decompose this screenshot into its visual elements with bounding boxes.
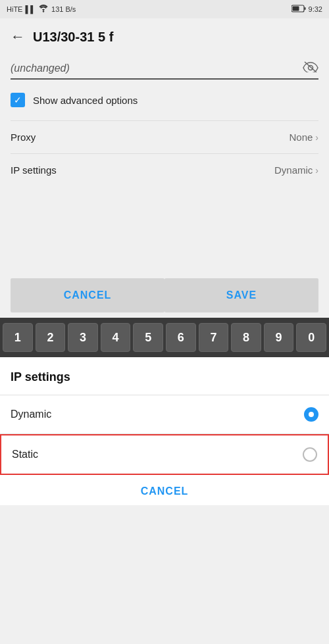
spacer <box>11 186 318 265</box>
signal-icon: ▌▌ <box>25 5 36 13</box>
bottom-cancel-container: CANCEL <box>11 475 318 505</box>
carrier-text: HiTE <box>7 5 22 13</box>
button-row: CANCEL SAVE <box>11 278 318 312</box>
dynamic-label: Dynamic <box>11 409 51 420</box>
sheet-title: IP settings <box>11 370 318 384</box>
status-bar: HiTE ▌▌ 131 B/s 9:32 <box>0 0 329 18</box>
content-area: ✓ Show advanced options Proxy None › IP … <box>0 55 329 318</box>
key-8[interactable]: 8 <box>231 323 261 352</box>
proxy-row[interactable]: Proxy None › <box>11 120 318 153</box>
numeric-keyboard: 1 2 3 4 5 6 7 8 9 0 <box>0 318 329 357</box>
advanced-options-label: Show advanced options <box>33 95 138 106</box>
cancel-button[interactable]: CANCEL <box>11 278 164 312</box>
wifi-icon <box>38 5 49 14</box>
password-input[interactable] <box>11 62 303 74</box>
svg-rect-1 <box>304 7 305 10</box>
key-3[interactable]: 3 <box>68 323 98 352</box>
time-text: 9:32 <box>309 5 322 13</box>
header: ← U13/30-31 5 f <box>0 18 329 55</box>
ip-settings-value: Dynamic › <box>274 164 318 176</box>
proxy-chevron-icon: › <box>315 132 318 143</box>
ip-settings-chevron-icon: › <box>315 165 318 176</box>
ip-settings-sheet: IP settings Dynamic Static CANCEL <box>0 357 329 505</box>
key-2[interactable]: 2 <box>36 323 66 352</box>
static-option-row[interactable]: Static <box>0 434 329 475</box>
ip-settings-value-text: Dynamic <box>274 164 313 176</box>
bottom-cancel-button[interactable]: CANCEL <box>141 485 189 497</box>
dynamic-radio[interactable] <box>304 407 318 422</box>
key-6[interactable]: 6 <box>166 323 196 352</box>
dynamic-option-row[interactable]: Dynamic <box>11 395 318 433</box>
proxy-value-text: None <box>289 132 313 143</box>
key-4[interactable]: 4 <box>101 323 131 352</box>
key-9[interactable]: 9 <box>264 323 294 352</box>
eye-icon[interactable] <box>303 61 318 76</box>
battery-icon <box>291 5 306 14</box>
key-5[interactable]: 5 <box>133 323 163 352</box>
page-title: U13/30-31 5 f <box>33 30 113 45</box>
key-0[interactable]: 0 <box>296 323 326 352</box>
proxy-value: None › <box>289 132 318 143</box>
ip-settings-row[interactable]: IP settings Dynamic › <box>11 153 318 186</box>
proxy-label: Proxy <box>11 132 36 143</box>
back-button[interactable]: ← <box>11 28 25 45</box>
check-icon: ✓ <box>14 95 22 105</box>
ip-settings-label: IP settings <box>11 164 57 176</box>
key-1[interactable]: 1 <box>3 323 33 352</box>
key-7[interactable]: 7 <box>199 323 229 352</box>
svg-rect-2 <box>292 7 299 11</box>
advanced-options-row[interactable]: ✓ Show advanced options <box>11 93 318 107</box>
speed-text: 131 B/s <box>51 5 76 13</box>
save-button[interactable]: SAVE <box>164 278 318 312</box>
password-row <box>11 61 318 80</box>
static-label: Static <box>12 449 38 460</box>
advanced-checkbox[interactable]: ✓ <box>11 93 25 107</box>
static-radio[interactable] <box>303 447 317 462</box>
